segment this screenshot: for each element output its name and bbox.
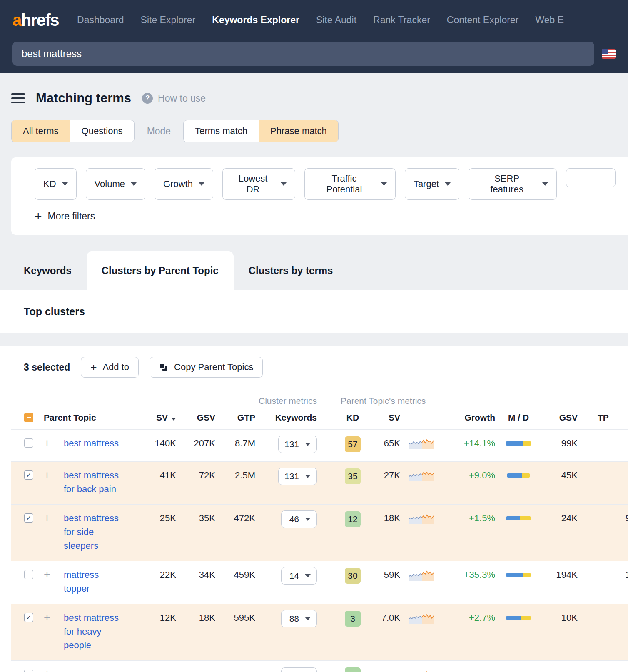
select-all-checkbox[interactable]: [24, 413, 33, 422]
menu-icon[interactable]: [11, 93, 25, 103]
col-header-gsv[interactable]: GSV: [176, 413, 215, 423]
col-header-growth[interactable]: Growth: [442, 413, 495, 423]
col-header-parent-topic[interactable]: Parent Topic: [44, 413, 150, 423]
col-header-md[interactable]: M / D: [495, 413, 542, 423]
add-row-icon[interactable]: +: [44, 612, 50, 623]
add-row-icon[interactable]: +: [44, 513, 50, 524]
trend-sparkline: [400, 611, 442, 624]
trend-sparkline: [400, 511, 442, 524]
keywords-dropdown[interactable]: 14: [281, 567, 317, 585]
results-panel: Top clusters 3 selected + Add to Copy Pa…: [0, 290, 628, 672]
nav-item-web-e[interactable]: Web E: [535, 15, 564, 26]
parent-gsv-value: 45K: [542, 468, 578, 481]
gtp-value: [215, 667, 255, 669]
filter-dropdown-partial[interactable]: [566, 168, 616, 187]
chevron-down-icon: [305, 574, 311, 577]
more-filters-button[interactable]: + More filters: [35, 210, 616, 222]
row-checkbox[interactable]: ✓: [24, 613, 33, 622]
parent-topic-link[interactable]: best mattress for back pain: [62, 468, 123, 496]
row-checkbox[interactable]: [24, 438, 33, 448]
filter-dropdown-serp-features[interactable]: SERP features: [469, 168, 557, 200]
keywords-dropdown[interactable]: 131: [278, 468, 317, 485]
chevron-down-icon: [131, 182, 137, 186]
copy-parent-topics-button[interactable]: Copy Parent Topics: [150, 357, 263, 378]
gtp-value: 472K: [215, 511, 255, 524]
chevron-down-icon: [281, 182, 287, 186]
growth-value: +2.7%: [442, 611, 495, 623]
nav-item-site-explorer[interactable]: Site Explorer: [141, 15, 196, 26]
add-to-button[interactable]: + Add to: [81, 357, 139, 378]
filter-dropdown-growth[interactable]: Growth: [155, 168, 213, 200]
toggle-phrase-match[interactable]: Phrase match: [259, 120, 338, 142]
parent-topic-link[interactable]: best mattress for side sleepers: [62, 511, 123, 553]
nav-item-site-audit[interactable]: Site Audit: [316, 15, 356, 26]
parent-gsv-value: 24K: [542, 511, 578, 524]
column-group-divider: [328, 396, 328, 672]
filter-dropdown-target[interactable]: Target: [405, 168, 459, 200]
us-flag-icon[interactable]: [602, 49, 616, 59]
parent-topic-link[interactable]: best mattress for heavy people: [62, 611, 123, 652]
tab-clusters-by-terms[interactable]: Clusters by terms: [234, 251, 348, 290]
mobile-desktop-bar: [506, 516, 531, 520]
gsv-value: 35K: [176, 511, 215, 524]
chevron-down-icon: [381, 182, 387, 186]
filter-dropdown-volume[interactable]: Volume: [86, 168, 145, 200]
row-checkbox[interactable]: [24, 570, 33, 579]
toggle-questions[interactable]: Questions: [70, 120, 134, 142]
mobile-desktop-bar: [506, 573, 531, 577]
gtp-value: 459K: [215, 568, 255, 580]
col-header-kd[interactable]: KD: [335, 413, 370, 423]
parent-topic-link[interactable]: mattress topper: [62, 568, 123, 595]
row-checkbox[interactable]: ✓: [24, 513, 33, 523]
toggle-terms-match[interactable]: Terms match: [184, 120, 259, 142]
gsv-value: 34K: [176, 568, 215, 580]
col-header-sv[interactable]: SV: [150, 413, 176, 423]
add-row-icon[interactable]: +: [44, 438, 50, 449]
tp-value: 20K: [578, 468, 628, 481]
tab-clusters-by-parent-topic[interactable]: Clusters by Parent Topic: [87, 251, 234, 290]
keyword-search-input[interactable]: best mattress: [12, 42, 594, 66]
filter-dropdown-lowest-dr[interactable]: Lowest DR: [222, 168, 295, 200]
nav-item-keywords-explorer[interactable]: Keywords Explorer: [212, 15, 299, 26]
growth-value: [442, 667, 495, 669]
keywords-dropdown[interactable]: 131: [278, 436, 317, 453]
keywords-dropdown[interactable]: 88: [281, 610, 317, 627]
sv-value: 41K: [150, 468, 176, 481]
page-title: Matching terms: [36, 91, 131, 106]
kd-badge: [345, 667, 361, 672]
col-header-sv-parent[interactable]: SV: [370, 413, 400, 423]
toggle-all-terms[interactable]: All terms: [12, 120, 70, 142]
tab-keywords[interactable]: Keywords: [11, 251, 87, 290]
keywords-dropdown[interactable]: [281, 667, 317, 672]
nav-item-content-explorer[interactable]: Content Explorer: [447, 15, 519, 26]
how-to-use-link[interactable]: ? How to use: [142, 93, 206, 104]
parent-sv-value: [370, 667, 400, 669]
nav-item-dashboard[interactable]: Dashboard: [77, 15, 124, 26]
col-header-keywords[interactable]: Keywords: [255, 413, 317, 423]
parent-sv-value: 59K: [370, 568, 400, 580]
parent-topic-link[interactable]: best mattress: [62, 436, 123, 450]
col-header-gsv-parent[interactable]: GSV: [542, 413, 578, 423]
sv-value: 25K: [150, 511, 176, 524]
parent-sv-value: 7.0K: [370, 611, 400, 623]
chevron-down-icon: [445, 182, 451, 186]
match-mode-toggle: Terms matchPhrase match: [183, 120, 339, 142]
parent-gsv-value: [542, 667, 578, 669]
parent-topic-metrics-group-header: Parent Topic's metrics: [341, 396, 426, 406]
row-checkbox[interactable]: [24, 670, 33, 672]
growth-value: +9.0%: [442, 468, 495, 481]
col-header-gtp[interactable]: GTP: [215, 413, 255, 423]
parent-sv-value: 65K: [370, 436, 400, 449]
ahrefs-logo[interactable]: ahrefs: [12, 11, 59, 30]
filter-dropdown-kd[interactable]: KD: [35, 168, 77, 200]
row-checkbox[interactable]: ✓: [24, 470, 33, 480]
nav-item-rank-tracker[interactable]: Rank Tracker: [373, 15, 430, 26]
trend-sparkline: [400, 568, 442, 581]
add-row-icon[interactable]: +: [44, 669, 50, 672]
add-row-icon[interactable]: +: [44, 569, 50, 580]
filter-dropdown-traffic-potential[interactable]: Traffic Potential: [304, 168, 396, 200]
keywords-dropdown[interactable]: 46: [281, 510, 317, 528]
result-tabs: KeywordsClusters by Parent TopicClusters…: [0, 251, 628, 290]
col-header-tp[interactable]: TP: [578, 413, 628, 423]
add-row-icon[interactable]: +: [44, 470, 50, 481]
